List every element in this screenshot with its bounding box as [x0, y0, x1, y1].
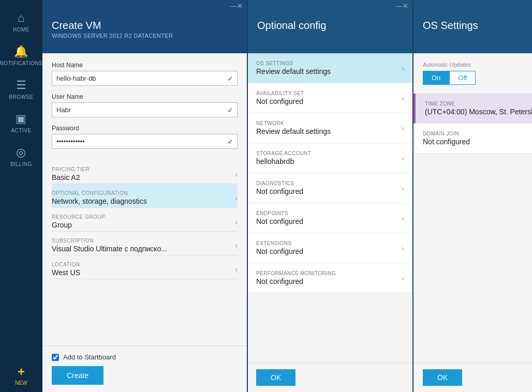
- startboard-checkbox[interactable]: [52, 354, 59, 361]
- nav-row-resource-group-content: RESOURCE GROUP Group: [52, 214, 105, 229]
- panel-optional-config: — ✕ Optional config OS SETTINGS Review d…: [248, 0, 412, 392]
- nav-row-optional[interactable]: OPTIONAL CONFIGURATION Network, storage,…: [52, 184, 238, 208]
- panel1-subtitle: WINDOWS SERVER 2012 R2 DATACENTER: [52, 33, 238, 39]
- pricing-value: Basic A2: [52, 173, 90, 182]
- toggle-off-button[interactable]: Off: [449, 71, 476, 85]
- config-network[interactable]: NETWORK Review default settings ›: [248, 113, 412, 143]
- nav-row-pricing[interactable]: PRICING TIER Basic A2 ›: [52, 160, 238, 184]
- extensions-value: Not configured: [256, 247, 303, 255]
- sidebar-item-notifications[interactable]: 🔔 NOTIFICATIONS: [0, 39, 42, 72]
- resource-group-value: Group: [52, 221, 105, 229]
- panel1-footer: Add to Startboard Create: [42, 345, 247, 392]
- sidebar-item-billing[interactable]: ◎ BILLING: [0, 140, 42, 173]
- notifications-icon: 🔔: [14, 45, 28, 58]
- panel2-footer: OK: [248, 363, 412, 392]
- panel2-close-button[interactable]: ✕: [403, 2, 408, 10]
- user-name-wrapper: ✓: [52, 102, 238, 117]
- password-label: Password: [52, 125, 238, 132]
- time-zone-value: (UTC+04:00) Moscow, St. Petersbu...: [425, 108, 532, 116]
- diagnostics-label: DIAGNOSTICS: [256, 180, 303, 186]
- panel1-body: Host Name ✓ User Name ✓ Password ✓: [42, 53, 247, 345]
- storage-account-arrow-icon: ›: [402, 154, 404, 162]
- sidebar: ⌂ HOME 🔔 NOTIFICATIONS ☰ BROWSE ▣ ACTIVE…: [0, 0, 42, 392]
- domain-join-content: DOMAIN JOIN Not configured: [423, 131, 470, 146]
- nav-row-subscription[interactable]: SUBSCRIPTION Visual Studio Ultimate с по…: [52, 232, 238, 255]
- panel2-topbar: — ✕: [248, 0, 412, 12]
- panel-create-vm: — ✕ Create VM WINDOWS SERVER 2012 R2 DAT…: [42, 0, 247, 392]
- endpoints-value: Not configured: [256, 217, 303, 225]
- panel3-topbar: — ✕: [413, 0, 532, 12]
- main-content: — ✕ Create VM WINDOWS SERVER 2012 R2 DAT…: [42, 0, 532, 392]
- password-check-icon: ✓: [227, 138, 233, 146]
- config-performance-monitoring[interactable]: PERFORMANCE MONITORING Not configured ›: [248, 263, 412, 293]
- time-zone-content: TIME ZONE (UTC+04:00) Moscow, St. Peters…: [425, 101, 532, 116]
- config-availability-set-content: AVAILABILITY SET Not configured: [256, 91, 304, 105]
- user-name-input[interactable]: [52, 102, 238, 117]
- host-name-input[interactable]: [52, 71, 238, 86]
- panel-os-settings: — ✕ OS Settings Automatic Updates On Off…: [413, 0, 532, 392]
- location-label: LOCATION: [52, 262, 80, 267]
- sidebar-item-new[interactable]: + NEW: [0, 358, 42, 392]
- toggle-on-button[interactable]: On: [423, 71, 449, 85]
- panel1-topbar: — ✕: [42, 0, 247, 12]
- nav-row-pricing-content: PRICING TIER Basic A2: [52, 167, 90, 182]
- nav-row-location[interactable]: LOCATION West US ›: [52, 255, 238, 279]
- config-diagnostics[interactable]: DIAGNOSTICS Not configured ›: [248, 173, 412, 203]
- config-network-content: NETWORK Review default settings: [256, 120, 331, 135]
- availability-set-arrow-icon: ›: [402, 94, 404, 102]
- panel2-body: OS SETTINGS Review default settings › AV…: [248, 53, 412, 363]
- sidebar-label-browse: BROWSE: [9, 94, 33, 100]
- subscription-arrow-icon: ›: [235, 242, 238, 250]
- create-button[interactable]: Create: [52, 366, 104, 385]
- panel3-title: OS Settings: [423, 20, 532, 32]
- panel1-close-button[interactable]: ✕: [237, 2, 243, 10]
- config-storage-account[interactable]: STORAGE ACCOUNT hellohabrdb ›: [248, 143, 412, 173]
- config-endpoints-content: ENDPOINTS Not configured: [256, 210, 303, 225]
- host-name-group: Host Name ✓: [52, 62, 238, 86]
- panel3-body: Automatic Updates On Off TIME ZONE (UTC+…: [413, 53, 532, 363]
- time-zone-label: TIME ZONE: [425, 101, 532, 107]
- sidebar-item-home[interactable]: ⌂ HOME: [0, 5, 42, 39]
- extensions-label: EXTENSIONS: [256, 240, 303, 246]
- config-endpoints[interactable]: ENDPOINTS Not configured ›: [248, 203, 412, 233]
- diagnostics-value: Not configured: [256, 187, 303, 195]
- panel1-minimize-button[interactable]: —: [230, 2, 237, 10]
- home-icon: ⌂: [18, 11, 25, 25]
- sidebar-item-browse[interactable]: ☰ BROWSE: [0, 72, 42, 106]
- password-group: Password ✓: [52, 125, 238, 149]
- automatic-updates-section: Automatic Updates On Off: [413, 53, 532, 94]
- sidebar-label-notifications: NOTIFICATIONS: [0, 61, 43, 66]
- automatic-updates-label: Automatic Updates: [423, 62, 532, 68]
- resource-group-arrow-icon: ›: [235, 218, 238, 226]
- config-storage-account-content: STORAGE ACCOUNT hellohabrdb: [256, 150, 311, 165]
- optional-label: OPTIONAL CONFIGURATION: [52, 190, 147, 196]
- config-extensions-content: EXTENSIONS Not configured: [256, 240, 303, 255]
- panel2-ok-button[interactable]: OK: [256, 369, 295, 386]
- config-os-settings[interactable]: OS SETTINGS Review default settings ›: [248, 53, 412, 83]
- sidebar-item-active[interactable]: ▣ ACTIVE: [0, 106, 42, 140]
- toggle-group: On Off: [423, 71, 532, 85]
- startboard-label: Add to Startboard: [63, 353, 116, 361]
- user-name-label: User Name: [52, 93, 238, 100]
- host-name-label: Host Name: [52, 62, 238, 69]
- nav-row-resource-group[interactable]: RESOURCE GROUP Group ›: [52, 208, 238, 232]
- config-availability-set[interactable]: AVAILABILITY SET Not configured ›: [248, 83, 412, 113]
- subscription-value: Visual Studio Ultimate с подписко...: [52, 245, 167, 253]
- startboard-checkbox-row: Add to Startboard: [52, 353, 238, 361]
- password-input[interactable]: [52, 134, 238, 149]
- domain-join-label: DOMAIN JOIN: [423, 131, 470, 137]
- os-nav-time-zone[interactable]: TIME ZONE (UTC+04:00) Moscow, St. Peters…: [413, 94, 532, 124]
- os-settings-value: Review default settings: [256, 67, 331, 76]
- nav-row-optional-content: OPTIONAL CONFIGURATION Network, storage,…: [52, 190, 147, 205]
- browse-icon: ☰: [16, 79, 27, 92]
- diagnostics-arrow-icon: ›: [402, 184, 404, 192]
- panel2-minimize-button[interactable]: —: [396, 2, 403, 10]
- panel3-ok-button[interactable]: OK: [423, 369, 462, 386]
- panel1-title: Create VM: [52, 20, 238, 32]
- os-nav-domain-join[interactable]: DOMAIN JOIN Not configured ›: [413, 124, 532, 154]
- config-extensions[interactable]: EXTENSIONS Not configured ›: [248, 233, 412, 263]
- active-icon: ▣: [16, 112, 27, 126]
- availability-set-label: AVAILABILITY SET: [256, 91, 304, 96]
- location-arrow-icon: ›: [235, 265, 238, 274]
- pricing-arrow-icon: ›: [235, 170, 238, 178]
